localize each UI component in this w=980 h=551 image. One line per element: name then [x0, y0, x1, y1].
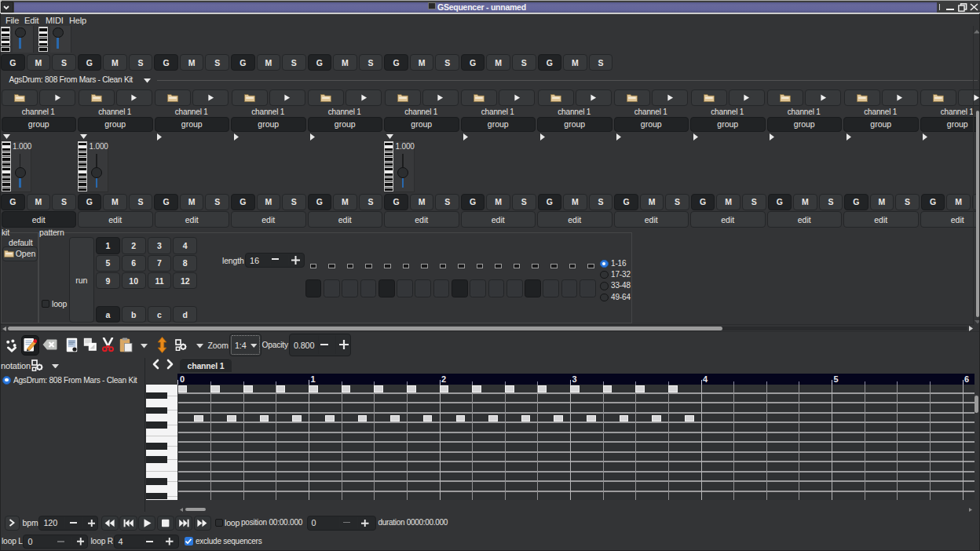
svg-text:0: 0 — [180, 374, 185, 384]
svg-text:5: 5 — [834, 374, 839, 384]
svg-text:6: 6 — [964, 374, 969, 384]
svg-text:4: 4 — [703, 374, 708, 384]
svg-text:3: 3 — [572, 374, 577, 384]
svg-text:2: 2 — [441, 374, 446, 384]
svg-text:1: 1 — [311, 374, 316, 384]
